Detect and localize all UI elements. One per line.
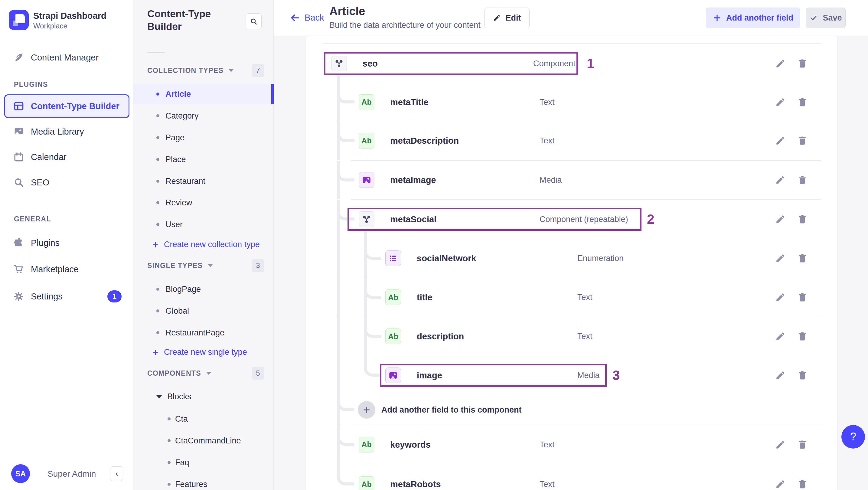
collapse-sidebar-button[interactable]: ‹ [110,466,123,481]
create-single-type-link[interactable]: Create new single type [152,347,247,357]
bullet-icon [156,201,159,204]
pencil-icon [775,253,785,264]
sidebar-item-restaurantpage[interactable]: RestaurantPage [133,323,274,343]
delete-field-button[interactable] [796,438,809,451]
pencil-icon [775,97,785,108]
brand: Strapi Dashboard Workplace [0,0,133,40]
arrow-left-icon [290,13,300,23]
edit-field-button[interactable] [774,291,787,304]
edit-label: Edit [506,13,521,23]
chevron-down-icon [206,372,211,375]
delete-field-button[interactable] [796,134,809,147]
quill-icon [13,52,24,63]
edit-field-button[interactable] [774,134,787,147]
sidebar-item-content-type-builder[interactable]: Content-Type Builder [0,94,133,118]
layout-icon [13,101,24,112]
component-group-blocks[interactable]: Blocks [156,392,191,401]
sidebar-item-category[interactable]: Category [133,105,274,126]
delete-field-button[interactable] [796,478,809,490]
sidebar-item-ctacommandline[interactable]: CtaCommandLine [133,430,274,451]
field-row-socialNetwork: socialNetworkEnumeration [306,239,837,278]
field-name: description [417,332,464,341]
sidebar-item-restaurant[interactable]: Restaurant [133,171,274,191]
bullet-icon [156,309,159,312]
sidebar-item-place[interactable]: Place [133,149,274,170]
gear-icon [13,291,24,302]
delete-field-button[interactable] [796,213,809,226]
field-type: Text [539,440,555,449]
sidebar-item-marketplace[interactable]: Marketplace [0,257,133,281]
section-header-components[interactable]: COMPONENTS [147,369,211,378]
picture-icon [13,126,24,137]
delete-field-button[interactable] [796,369,809,382]
layout-icon [13,101,24,112]
delete-field-button[interactable] [796,291,809,304]
sidebar-item-cta[interactable]: Cta [133,409,274,429]
search-button[interactable] [246,13,261,29]
sidebar-item-settings[interactable]: Settings 1 [0,284,133,308]
edit-field-button[interactable] [774,57,787,70]
annotation-number: 2 [647,212,654,227]
field-row-metaImage: metaImageMedia [306,161,837,200]
nav-section-general: GENERAL [14,215,51,223]
bullet-icon [156,158,159,161]
edit-field-button[interactable] [774,478,787,490]
bullet-icon [167,461,170,464]
pencil-icon [775,135,785,146]
builder-sidebar: Content-Type Builder COLLECTION TYPES 7 … [133,0,274,490]
section-header-collection-types[interactable]: COLLECTION TYPES [147,66,234,75]
field-type: Text [577,293,592,302]
notification-badge: 1 [107,290,122,303]
edit-button[interactable]: Edit [484,7,530,28]
sidebar-item-plugins[interactable]: Plugins [0,231,133,255]
enum-icon [388,253,398,264]
delete-field-button[interactable] [796,96,809,109]
create-collection-type-link[interactable]: Create new collection type [152,240,260,249]
back-link[interactable]: Back [290,13,324,23]
sidebar-item-page[interactable]: Page [133,127,274,148]
calendar-icon [13,152,24,162]
edit-field-button[interactable] [774,252,787,265]
sidebar-item-seo[interactable]: SEO [0,170,133,194]
field-row-metaRobots: AbmetaRobotsText [306,464,837,490]
save-button[interactable]: Save [806,7,846,28]
edit-field-button[interactable] [774,369,787,382]
sidebar-item-media-library[interactable]: Media Library [0,120,133,144]
sidebar-item-blogpage[interactable]: BlogPage [133,279,274,300]
page-subtitle: Build the data architecture of your cont… [329,21,480,30]
add-another-field-button[interactable]: Add another field [706,7,800,28]
help-button[interactable]: ? [841,425,865,449]
edit-field-button[interactable] [774,330,787,343]
edit-field-button[interactable] [774,213,787,226]
delete-field-button[interactable] [796,252,809,265]
section-header-single-types[interactable]: SINGLE TYPES [147,261,213,270]
field-row-title: AbtitleText [306,278,837,317]
edit-field-button[interactable] [774,96,787,109]
active-indicator [271,84,274,104]
sidebar-item-features[interactable]: Features [133,474,274,490]
sidebar-item-calendar[interactable]: Calendar [0,145,133,169]
text-field-icon: Ab [359,133,374,149]
calendar-icon [13,152,24,162]
app-title: Strapi Dashboard [33,11,106,21]
delete-field-button[interactable] [796,173,809,187]
add-field-to-component-button[interactable] [358,401,375,419]
sidebar-item-review[interactable]: Review [133,192,274,213]
edit-field-button[interactable] [774,438,787,451]
trash-icon [797,370,807,380]
sidebar-item-content-manager[interactable]: Content Manager [0,45,133,69]
user-panel: SA Super Admin ‹ [0,457,133,490]
edit-field-button[interactable] [774,173,787,187]
trash-icon [797,97,807,108]
sidebar-item-article[interactable]: Article [133,84,274,104]
sidebar-item-global[interactable]: Global [133,301,274,321]
pencil-icon [775,479,785,489]
sidebar-item-faq[interactable]: Faq [133,452,274,473]
sidebar-item-user[interactable]: User [133,214,274,235]
delete-field-button[interactable] [796,57,809,70]
media-field-icon [359,172,374,188]
plus-icon [362,405,371,415]
delete-field-button[interactable] [796,330,809,343]
puzzle-icon [13,238,24,248]
field-row-seo: seoComponent1 [306,43,837,84]
